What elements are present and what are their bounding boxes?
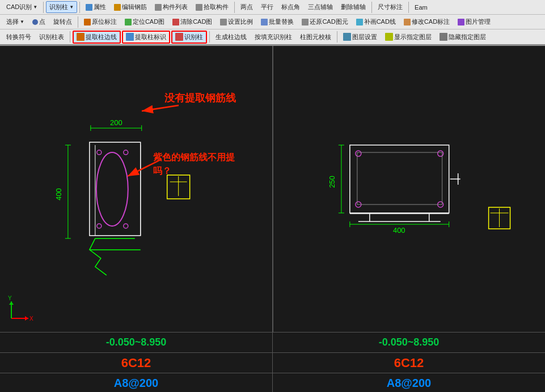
restore-cad-btn[interactable]: 还原CAD图元 (298, 16, 351, 28)
sep9 (337, 31, 337, 42)
stirrup-label-right: A8@200 (387, 377, 431, 390)
svg-text:X: X (29, 316, 33, 322)
draw-cad-line-btn[interactable]: 补画CAD线 (353, 16, 399, 28)
sep8 (209, 31, 210, 42)
set-scale-btn[interactable]: 设置比例 (217, 16, 256, 28)
rotate-point-label: 旋转点 (53, 18, 72, 26)
column-element-check-btn[interactable]: 柱图元校核 (297, 31, 335, 43)
convert-symbol-btn[interactable]: 转换符号 (3, 31, 35, 43)
inplace-annotation-label: 原位标注 (92, 18, 117, 26)
pick-component-label: 拾取构件 (204, 3, 229, 11)
rotate-point-btn[interactable]: 旋转点 (50, 16, 75, 28)
identify-column-action-btn[interactable]: 识别柱 (171, 31, 207, 44)
show-specified-layer-label: 显示指定图层 (394, 33, 432, 41)
elevation-left: -0.050~8.950 (0, 333, 273, 352)
component-list-btn[interactable]: 构件列表 (151, 1, 191, 13)
hide-specified-layer-label: 隐藏指定图层 (449, 33, 486, 41)
svg-line-22 (142, 105, 179, 111)
inplace-annotation-btn[interactable]: 原位标注 (81, 16, 120, 28)
cad-recognition-label: CAD识别 (6, 3, 32, 11)
annotation-purple-rebar: 紫色的钢筋线不用提 吗？ (153, 151, 235, 178)
svg-text:200: 200 (110, 118, 122, 127)
draw-cad-line-label: 补画CAD线 (364, 18, 396, 26)
sep3 (234, 2, 235, 13)
stirrup-right: A8@200 (273, 373, 545, 392)
identify-column-table-btn[interactable]: 识别柱表 (36, 31, 67, 43)
parallel-btn[interactable]: 平行 (257, 1, 277, 13)
elevation-label-right: -0.050~8.950 (379, 336, 440, 348)
svg-text:400: 400 (392, 226, 405, 235)
three-point-aux-btn[interactable]: 三点辅轴 (305, 1, 336, 13)
sep4 (371, 2, 372, 13)
batch-replace-label: 批量替换 (269, 18, 294, 26)
hide-specified-layer-btn[interactable]: 隐藏指定图层 (436, 31, 489, 43)
extract-column-edge-icon (77, 33, 85, 41)
locate-cad-icon (125, 19, 132, 25)
extract-column-edge-btn[interactable]: 提取柱边线 (73, 31, 121, 44)
cad-right-panel[interactable]: 250 400 (273, 46, 546, 332)
column-element-check-label: 柱图元校核 (300, 33, 331, 41)
point-btn[interactable]: 点 (29, 16, 49, 28)
rebar-label-right: 6C12 (394, 356, 424, 370)
extract-column-id-btn[interactable]: 提取柱标识 (122, 31, 170, 44)
property-label: 属性 (94, 3, 106, 11)
fill-identify-column-btn[interactable]: 按填充识别柱 (251, 31, 295, 43)
toolbar-row3: 转换符号 识别柱表 提取柱边线 提取柱标识 识别柱 生成柱边线 按填充识别柱 柱… (0, 29, 545, 45)
select-btn[interactable]: 选择 ▼ (3, 16, 28, 28)
locate-cad-btn[interactable]: 定位CAD图 (121, 16, 168, 28)
rebar-label-left: 6C12 (121, 356, 151, 370)
convert-symbol-label: 转换符号 (6, 33, 31, 41)
dimension-label: 尺寸标注 (378, 3, 403, 11)
rebar-row: 6C12 6C12 (0, 352, 545, 373)
hide-specified-layer-icon (440, 33, 447, 41)
identify-column-btn[interactable]: 识别柱 ▼ (46, 1, 77, 13)
annotation-arrow2 (125, 154, 164, 182)
svg-rect-33 (349, 145, 449, 213)
toolbar-row2: 选择 ▼ 点 旋转点 原位标注 定位CAD图 清除CAD图 设置比例 (0, 15, 545, 29)
sep1 (43, 2, 44, 13)
batch-replace-btn[interactable]: 批量替换 (257, 16, 297, 28)
property-btn[interactable]: 属性 (82, 1, 109, 13)
show-specified-layer-btn[interactable]: 显示指定图层 (382, 31, 435, 43)
extract-column-edge-label: 提取柱边线 (86, 33, 117, 41)
inplace-annotation-icon (84, 19, 91, 25)
svg-text:400: 400 (54, 188, 63, 201)
point-label: 点 (39, 18, 45, 26)
eam-btn[interactable]: Eam (411, 2, 431, 12)
cad-recognition-btn[interactable]: CAD识别 ▼ (3, 1, 41, 13)
clear-cad-btn[interactable]: 清除CAD图 (169, 16, 216, 28)
layer-settings-btn[interactable]: 图层设置 (340, 31, 381, 43)
angle-btn[interactable]: 标点角 (278, 1, 303, 13)
modify-cad-annotation-btn[interactable]: 修改CAD标注 (400, 16, 453, 28)
eam-label: Eam (415, 4, 428, 11)
two-point-btn[interactable]: 两点 (237, 1, 256, 13)
delete-aux-btn[interactable]: 删除辅轴 (337, 1, 369, 13)
set-scale-icon (220, 19, 227, 25)
edit-rebar-btn[interactable]: 编辑钢筋 (111, 1, 150, 13)
locate-cad-label: 定位CAD图 (133, 18, 164, 26)
pick-component-icon (196, 4, 202, 11)
svg-point-34 (355, 151, 361, 156)
image-manage-icon (458, 19, 464, 25)
identify-column-action-label: 识别柱 (184, 33, 203, 41)
svg-point-9 (96, 152, 128, 226)
generate-column-edge-label: 生成柱边线 (216, 33, 247, 41)
image-manage-btn[interactable]: 图片管理 (454, 16, 494, 28)
select-dropdown: ▼ (20, 19, 24, 24)
cad-drawing-area[interactable]: 200 400 (0, 46, 545, 332)
generate-column-edge-btn[interactable]: 生成柱边线 (212, 31, 250, 43)
component-list-label: 构件列表 (163, 3, 188, 11)
cad-left-panel[interactable]: 200 400 (0, 46, 273, 332)
stirrup-row: A8@200 A8@200 (0, 373, 545, 392)
elevation-row: -0.050~8.950 -0.050~8.950 (0, 332, 545, 352)
dimension-btn[interactable]: 尺寸标注 (374, 1, 406, 13)
modify-cad-annotation-icon (404, 19, 411, 25)
sep7 (70, 31, 70, 42)
svg-rect-38 (357, 152, 442, 204)
pick-component-btn[interactable]: 拾取构件 (192, 1, 232, 13)
bottom-info-area: -0.050~8.950 -0.050~8.950 6C12 6C12 A8@2… (0, 332, 545, 392)
sep5 (408, 2, 409, 13)
svg-marker-51 (9, 301, 14, 305)
extract-column-id-icon (126, 33, 134, 41)
svg-point-10 (97, 150, 102, 155)
